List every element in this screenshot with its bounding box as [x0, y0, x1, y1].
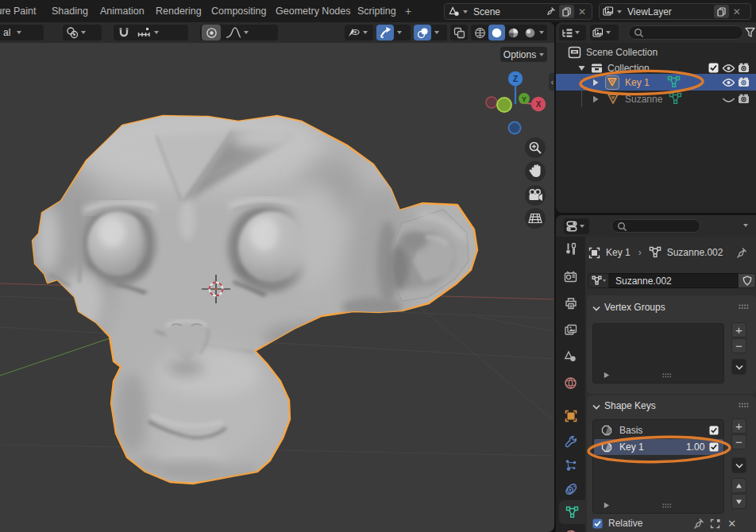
svg-text:X: X — [536, 100, 542, 109]
svg-text:Y: Y — [522, 95, 526, 103]
svg-text:Z: Z — [513, 75, 518, 83]
